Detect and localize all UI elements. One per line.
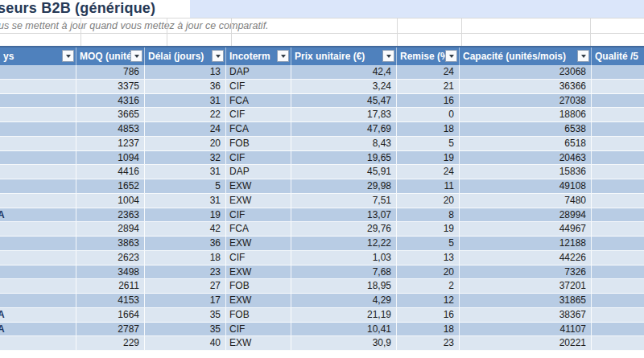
cell-capacite[interactable]: 15836 [460, 165, 592, 179]
cell-delai[interactable]: 35 [145, 308, 226, 323]
cell-capacite[interactable]: 23068 [460, 65, 592, 80]
cell-qualite[interactable] [592, 222, 644, 237]
cell-moq[interactable]: 1094 [76, 151, 145, 166]
filter-button-pays[interactable] [62, 50, 74, 62]
cell-capacite[interactable]: 41107 [460, 323, 592, 337]
column-header-qualite[interactable]: Qualité /5 [592, 47, 644, 65]
cell-pays[interactable] [0, 165, 76, 179]
cell-moq[interactable]: 229 [76, 336, 145, 351]
column-header-remise[interactable]: Remise (%) [397, 47, 460, 65]
cell-remise[interactable]: 11 [397, 179, 460, 194]
cell-prix[interactable]: 12,22 [291, 237, 397, 251]
cell-capacite[interactable]: 27038 [460, 94, 592, 109]
cell-qualite[interactable] [592, 65, 644, 80]
cell-pays[interactable] [0, 336, 76, 351]
filter-button-capacite[interactable] [577, 50, 589, 62]
cell-delai[interactable]: 32 [145, 151, 226, 166]
cell-prix[interactable]: 21,19 [291, 308, 397, 323]
cell-capacite[interactable]: 12188 [460, 237, 592, 251]
cell-incoterm[interactable]: FCA [226, 122, 291, 137]
cell-capacite[interactable]: 28994 [460, 208, 592, 223]
cell-pays[interactable] [0, 94, 76, 109]
cell-incoterm[interactable]: DAP [226, 165, 291, 179]
cell-qualite[interactable] [592, 151, 644, 166]
cell-qualite[interactable] [592, 108, 644, 122]
cell-pays[interactable] [0, 279, 76, 294]
cell-moq[interactable]: 1652 [76, 179, 145, 194]
cell-delai[interactable]: 20 [145, 137, 226, 151]
cell-moq[interactable]: 3498 [76, 265, 145, 280]
cell-delai[interactable]: 5 [145, 179, 226, 194]
cell-pays[interactable] [0, 237, 76, 251]
cell-moq[interactable]: 786 [76, 65, 145, 80]
column-header-pays[interactable]: ys [0, 47, 76, 65]
cell-capacite[interactable]: 7326 [460, 265, 592, 280]
cell-prix[interactable]: 8,43 [291, 137, 397, 151]
cell-incoterm[interactable]: CIF [226, 80, 291, 94]
cell-remise[interactable]: 18 [397, 323, 460, 337]
cell-pays[interactable] [0, 137, 76, 151]
cell-moq[interactable]: 2611 [76, 279, 145, 294]
filter-button-remise[interactable] [445, 50, 457, 62]
cell-remise[interactable]: 13 [397, 251, 460, 265]
cell-capacite[interactable]: 44226 [460, 251, 592, 265]
cell-remise[interactable]: 21 [397, 80, 460, 94]
cell-delai[interactable]: 13 [145, 65, 226, 80]
cell-moq[interactable]: 2894 [76, 222, 145, 237]
cell-prix[interactable]: 45,91 [291, 165, 397, 179]
cell-qualite[interactable] [592, 294, 644, 308]
cell-delai[interactable]: 27 [145, 279, 226, 294]
cell-pays[interactable] [0, 151, 76, 166]
cell-delai[interactable]: 36 [145, 237, 226, 251]
cell-incoterm[interactable]: FOB [226, 137, 291, 151]
cell-pays[interactable] [0, 80, 76, 94]
cell-pays[interactable] [0, 265, 76, 280]
cell-moq[interactable]: 4316 [76, 94, 145, 109]
cell-remise[interactable]: 20 [397, 194, 460, 208]
cell-pays[interactable]: A [0, 208, 76, 223]
cell-prix[interactable]: 30,9 [291, 336, 397, 351]
cell-capacite[interactable]: 6538 [460, 122, 592, 137]
cell-delai[interactable]: 35 [145, 323, 226, 337]
cell-incoterm[interactable]: EXW [226, 237, 291, 251]
cell-pays[interactable] [0, 222, 76, 237]
cell-pays[interactable] [0, 251, 76, 265]
cell-moq[interactable]: 2363 [76, 208, 145, 223]
cell-qualite[interactable] [592, 336, 644, 351]
cell-delai[interactable]: 31 [145, 165, 226, 179]
cell-prix[interactable]: 10,41 [291, 323, 397, 337]
cell-delai[interactable]: 19 [145, 208, 226, 223]
cell-prix[interactable]: 47,69 [291, 122, 397, 137]
cell-prix[interactable]: 7,68 [291, 265, 397, 280]
filter-button-incoterm[interactable] [277, 50, 289, 62]
cell-capacite[interactable]: 36366 [460, 80, 592, 94]
cell-pays[interactable]: A [0, 308, 76, 323]
cell-incoterm[interactable]: FCA [226, 222, 291, 237]
column-header-capacite[interactable]: Capacité (unités/mois) [460, 47, 592, 65]
cell-incoterm[interactable]: CIF [226, 108, 291, 122]
cell-moq[interactable]: 4416 [76, 165, 145, 179]
cell-capacite[interactable]: 20463 [460, 151, 592, 166]
cell-capacite[interactable]: 31865 [460, 294, 592, 308]
cell-remise[interactable]: 24 [397, 65, 460, 80]
cell-incoterm[interactable]: EXW [226, 194, 291, 208]
cell-remise[interactable]: 16 [397, 308, 460, 323]
cell-prix[interactable]: 7,51 [291, 194, 397, 208]
cell-capacite[interactable]: 44967 [460, 222, 592, 237]
cell-prix[interactable]: 19,65 [291, 151, 397, 166]
cell-incoterm[interactable]: EXW [226, 265, 291, 280]
column-header-delai[interactable]: Délai (jours) [145, 47, 226, 65]
cell-moq[interactable]: 4853 [76, 122, 145, 137]
cell-capacite[interactable]: 20221 [460, 336, 592, 351]
cell-pays[interactable] [0, 122, 76, 137]
cell-prix[interactable]: 17,83 [291, 108, 397, 122]
cell-moq[interactable]: 4153 [76, 294, 145, 308]
cell-incoterm[interactable]: FCA [226, 94, 291, 109]
cell-pays[interactable] [0, 108, 76, 122]
cell-moq[interactable]: 3863 [76, 237, 145, 251]
cell-remise[interactable]: 19 [397, 222, 460, 237]
cell-qualite[interactable] [592, 323, 644, 337]
cell-moq[interactable]: 2787 [76, 323, 145, 337]
cell-remise[interactable]: 19 [397, 151, 460, 166]
filter-button-delai[interactable] [212, 50, 224, 62]
